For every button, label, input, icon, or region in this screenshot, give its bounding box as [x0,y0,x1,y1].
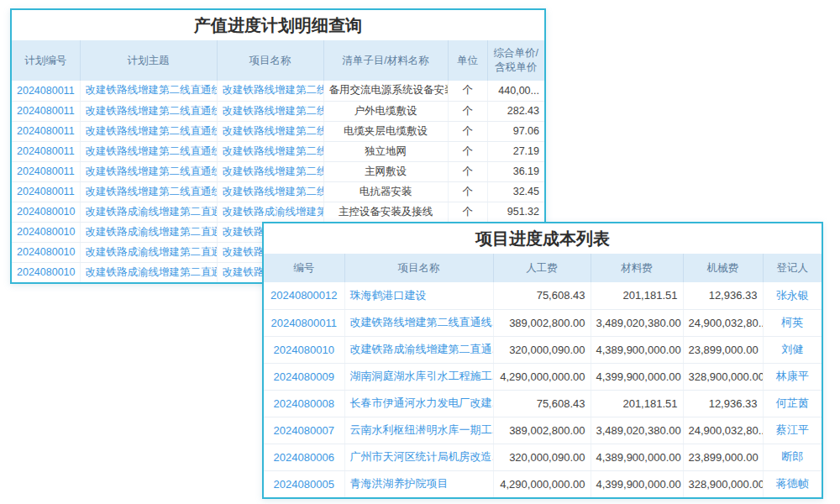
col-header-item: 清单子目/材料名称 [323,40,448,81]
cell-project[interactable]: 改建铁路线增建第二线直通线 [217,181,323,202]
cell-project[interactable]: 改建铁路线增建第二线直通线 [217,161,323,181]
col-header-price: 综合单价/含税单价 [487,40,544,81]
table-row: 2024080011改建铁路线增建第二线直通线改建铁路线增建第二线直通线备用交流… [12,81,544,101]
cell-labor: 75,608.43 [493,282,591,309]
cell-item: 主控设备安装及接线 [323,202,448,222]
table-row: 2024080005青海洪湖养护院项目4,290,000,000.004,399… [264,470,822,497]
table-row: 2024080007云南水利枢纽潜明水库一期工...389,002,800.00… [264,417,822,444]
table-row: 2024080006广州市天河区统计局机房改造...320,000,090.00… [264,444,822,470]
cell-labor: 4,290,000,000.00 [493,470,591,497]
cell-unit: 个 [448,81,487,101]
table-row: 2024080011改建铁路线增建第二线直通线改建铁路线增建第二线直通线独立地网… [12,141,544,161]
cell-labor: 320,000,090.00 [493,336,591,363]
cell-no[interactable]: 20240800011 [264,309,344,336]
cell-registrant[interactable]: 何芷茵 [763,390,822,417]
cost-list-table: 编号 项目名称 人工费 材料费 机械费 登记人 20240800012珠海鹤港口… [264,254,822,497]
cell-project[interactable]: 云南水利枢纽潜明水库一期工... [344,417,493,444]
cell-topic[interactable]: 改建铁路成渝线增建第二直通 [80,222,217,242]
cell-project[interactable]: 改建铁路线增建第二线直通线... [344,309,493,336]
table-row: 2024080011改建铁路线增建第二线直通线改建铁路线增建第二线直通线主网敷设… [12,161,544,181]
col-header-plan-no: 计划编号 [12,40,80,81]
cell-plan-no[interactable]: 2024080010 [12,242,80,262]
cell-item: 备用交流电源系统设备安装 [323,81,448,101]
cell-registrant[interactable]: 蒋德帧 [763,470,822,497]
cell-material: 4,389,900,000.00 [591,444,683,470]
cell-plan-no[interactable]: 2024080011 [12,101,80,121]
cell-no[interactable]: 20240800012 [264,282,344,309]
cell-material: 4,399,900,000.00 [591,470,683,497]
cell-plan-no[interactable]: 2024080010 [12,202,80,222]
cell-topic[interactable]: 改建铁路线增建第二线直通线 [80,141,217,161]
cell-registrant[interactable]: 刘健 [763,336,822,363]
cell-price: 97.06 [487,121,544,141]
col-header-machine: 机械费 [683,254,763,282]
cell-project[interactable]: 改建铁路成渝线增建第二直通 [217,202,323,222]
cell-plan-no[interactable]: 2024080011 [12,181,80,202]
cell-project[interactable]: 改建铁路线增建第二线直通线 [217,81,323,101]
cell-machine: 12,936.33 [683,282,763,309]
cell-topic[interactable]: 改建铁路线增建第二线直通线 [80,101,217,121]
table-row: 2024080010改建铁路成渝线增建第二直通...320,000,090.00… [264,336,822,363]
cell-topic[interactable]: 改建铁路成渝线增建第二直通 [80,262,217,282]
plan-table-title: 产值进度计划明细查询 [12,10,544,40]
cell-no[interactable]: 2024080010 [264,336,344,363]
cell-project[interactable]: 改建铁路线增建第二线直通线 [217,121,323,141]
cell-no[interactable]: 2024080005 [264,470,344,497]
cell-topic[interactable]: 改建铁路线增建第二线直通线 [80,81,217,101]
cell-plan-no[interactable]: 2024080010 [12,262,80,282]
cell-topic[interactable]: 改建铁路线增建第二线直通线 [80,181,217,202]
cell-topic[interactable]: 改建铁路线增建第二线直通线 [80,121,217,141]
cell-labor: 389,002,800.00 [493,417,591,444]
cell-no[interactable]: 2024080006 [264,444,344,470]
cost-table-header: 编号 项目名称 人工费 材料费 机械费 登记人 [264,254,822,282]
cell-price: 36.19 [487,161,544,181]
cell-no[interactable]: 2024080009 [264,363,344,390]
cell-project[interactable]: 湖南洞庭湖水库引水工程施工... [344,363,493,390]
cell-project[interactable]: 长春市伊通河水力发电厂改建... [344,390,493,417]
cell-unit: 个 [448,202,487,222]
cell-project[interactable]: 改建铁路线增建第二线直通线 [217,101,323,121]
col-header-material: 材料费 [591,254,683,282]
cell-material: 4,399,900,000.00 [591,363,683,390]
cost-table-title: 项目进度成本列表 [264,223,822,254]
cell-plan-no[interactable]: 2024080011 [12,121,80,141]
cell-machine: 23,899,000.00 [683,444,763,470]
cell-unit: 个 [448,141,487,161]
cell-topic[interactable]: 改建铁路成渝线增建第二直通 [80,242,217,262]
cell-machine: 24,900,032,80... [683,309,763,336]
cell-material: 3,489,020,380.00 [591,309,683,336]
cost-list-window: 项目进度成本列表 编号 项目名称 人工费 材料费 机械费 登记人 2024080… [262,222,823,499]
cell-price: 27.19 [487,141,544,161]
table-row: 2024080008长春市伊通河水力发电厂改建...75,608.43201,1… [264,390,822,417]
table-row: 20240800012珠海鹤港口建设75,608.43201,181.5112,… [264,282,822,309]
cell-registrant[interactable]: 蔡江平 [763,417,822,444]
cell-machine: 328,900,000.00 [683,363,763,390]
table-row: 2024080011改建铁路线增建第二线直通线改建铁路线增建第二线直通线户外电缆… [12,101,544,121]
col-header-labor: 人工费 [493,254,591,282]
cell-topic[interactable]: 改建铁路成渝线增建第二直通 [80,202,217,222]
cell-project[interactable]: 青海洪湖养护院项目 [344,470,493,497]
cell-registrant[interactable]: 断郎 [763,444,822,470]
cell-plan-no[interactable]: 2024080011 [12,161,80,181]
cell-material: 201,181.51 [591,282,683,309]
cell-project[interactable]: 改建铁路线增建第二线直通线 [217,141,323,161]
cell-plan-no[interactable]: 2024080011 [12,141,80,161]
cell-plan-no[interactable]: 2024080010 [12,222,80,242]
cell-project[interactable]: 珠海鹤港口建设 [344,282,493,309]
cell-registrant[interactable]: 柯英 [763,309,822,336]
cell-project[interactable]: 改建铁路成渝线增建第二直通... [344,336,493,363]
cell-unit: 个 [448,161,487,181]
cell-item: 独立地网 [323,141,448,161]
plan-table-header: 计划编号 计划主题 项目名称 清单子目/材料名称 单位 综合单价/含税单价 [12,40,544,81]
cost-table-body: 20240800012珠海鹤港口建设75,608.43201,181.5112,… [264,282,822,497]
cell-unit: 个 [448,121,487,141]
cell-topic[interactable]: 改建铁路线增建第二线直通线 [80,161,217,181]
cell-plan-no[interactable]: 2024080011 [12,81,80,101]
col-header-unit: 单位 [448,40,487,81]
cell-registrant[interactable]: 张永银 [763,282,822,309]
cell-no[interactable]: 2024080007 [264,417,344,444]
cell-project[interactable]: 广州市天河区统计局机房改造... [344,444,493,470]
cell-no[interactable]: 2024080008 [264,390,344,417]
cell-registrant[interactable]: 林康平 [763,363,822,390]
col-header-project: 项目名称 [344,254,493,282]
